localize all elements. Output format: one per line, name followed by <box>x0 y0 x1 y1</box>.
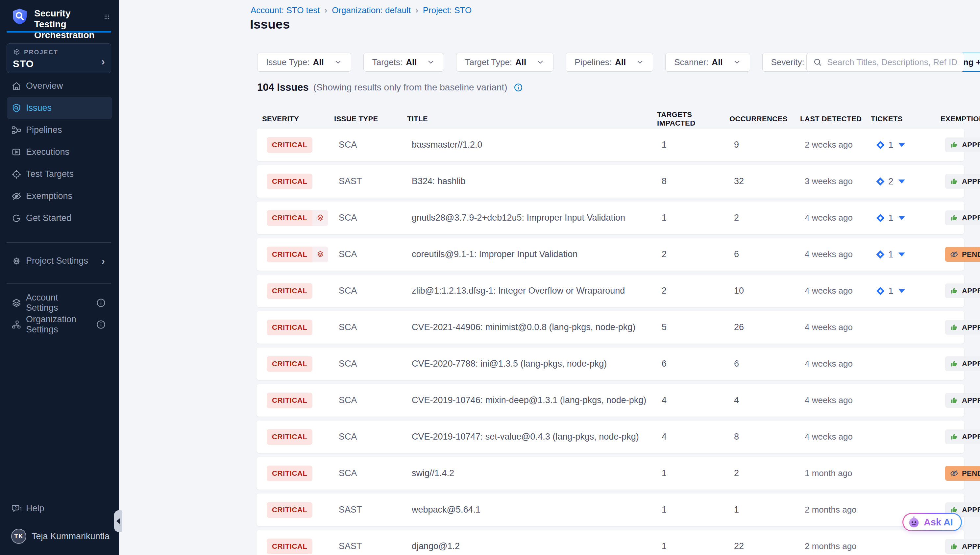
issue-title-cell[interactable]: django@1.2 <box>412 541 662 552</box>
sidebar-item-exemptions[interactable]: Exemptions <box>7 185 112 207</box>
issue-row[interactable]: CRITICALSCAzlib@1:1.2.13.dfsg-1: Integer… <box>257 274 964 307</box>
sidebar-item-project-settings[interactable]: Project Settings› <box>7 250 112 272</box>
issue-row[interactable]: CRITICALSCAbassmaster//1.2.0192 weeks ag… <box>257 128 964 161</box>
chevron-down-icon <box>427 58 435 66</box>
issue-type-cell: SAST <box>339 541 412 552</box>
issue-row[interactable]: CRITICALSCACVE-2021-44906: minimist@0.0.… <box>257 311 964 343</box>
caret-down-icon <box>898 180 905 183</box>
ticket-dropdown[interactable]: 1 <box>876 213 945 223</box>
exemption-status-cell: APPROVED <box>945 356 980 371</box>
tickets-cell: 2 <box>876 176 945 187</box>
user-menu[interactable]: TK Teja Kummarikuntla <box>11 529 112 544</box>
sidebar-item-pipelines[interactable]: Pipelines <box>7 119 112 141</box>
ticket-dropdown[interactable]: 1 <box>876 249 945 260</box>
info-icon[interactable] <box>513 83 523 92</box>
issue-title-cell[interactable]: CVE-2020-7788: ini@1.3.5 (lang-pkgs, nod… <box>412 359 662 369</box>
ai-bot-icon <box>907 515 921 529</box>
sidebar-item-executions[interactable]: Executions <box>7 141 112 163</box>
severity-label: CRITICAL <box>267 247 313 262</box>
issue-type-cell: SAST <box>339 176 412 186</box>
sto-shield-logo-icon <box>11 7 29 26</box>
issue-title-cell[interactable]: CVE-2019-10747: set-value@0.4.3 (lang-pk… <box>412 432 662 442</box>
project-selector[interactable]: PROJECT STO › <box>6 43 111 73</box>
tickets-cell: 1 <box>876 213 945 223</box>
issue-row[interactable]: CRITICALSCAgnutls28@3.7.9-2+deb12u5: Imp… <box>257 202 964 234</box>
issue-row[interactable]: CRITICALSASTB324: hashlib8323 weeks ago2… <box>257 165 964 197</box>
ticket-dropdown[interactable]: 2 <box>876 176 945 187</box>
sidebar-item-get-started[interactable]: Get Started <box>7 207 112 229</box>
search-input[interactable] <box>827 57 958 67</box>
sidebar-collapse-handle[interactable] <box>114 510 122 532</box>
filter-pipelines[interactable]: Pipelines:All <box>566 53 653 72</box>
severity-label: CRITICAL <box>267 173 313 189</box>
ticket-dropdown[interactable]: 1 <box>876 140 945 150</box>
last-detected-cell: 3 weeks ago <box>805 176 876 186</box>
exemption-status-cell: APPROVED <box>945 284 980 298</box>
issue-row[interactable]: CRITICALSCACVE-2019-10747: set-value@0.4… <box>257 420 964 453</box>
sidebar-item-help[interactable]: ?Help <box>7 497 112 520</box>
issue-row[interactable]: CRITICALSCACVE-2019-10746: mixin-deep@1.… <box>257 384 964 417</box>
avatar: TK <box>11 529 26 544</box>
status-label: PENDING <box>962 250 980 259</box>
status-badge-approved: APPROVED <box>945 356 980 371</box>
column-header-issue-type: ISSUE TYPE <box>334 115 407 123</box>
issue-type-cell: SCA <box>339 286 412 296</box>
breadcrumb-link[interactable]: Organization: default <box>332 5 411 16</box>
search-icon <box>813 57 823 67</box>
breadcrumb-link[interactable]: Account: STO test <box>250 5 320 16</box>
sidebar-item-test-targets[interactable]: Test Targets <box>7 163 112 185</box>
issue-row[interactable]: CRITICALSASTdjango@1.21222 months agoAPP… <box>257 530 964 555</box>
occurrences-cell: 8 <box>734 432 805 442</box>
project-label: PROJECT <box>24 49 58 56</box>
eye-off-icon <box>11 191 22 202</box>
issue-row[interactable]: CRITICALSASTwebpack@5.64.1112 months ago… <box>257 494 964 526</box>
occurrences-cell: 2 <box>734 213 805 223</box>
column-header-title: TITLE <box>407 115 657 123</box>
filter-target-type[interactable]: Target Type:All <box>456 53 553 72</box>
targets-impacted-cell: 4 <box>662 432 734 442</box>
issue-title-cell[interactable]: gnutls28@3.7.9-2+deb12u5: Improper Input… <box>412 213 662 223</box>
status-badge-pending: PENDING <box>945 247 980 262</box>
thumbs-up-icon <box>950 432 959 441</box>
thumbs-up-icon <box>950 396 959 405</box>
issue-title-cell[interactable]: CVE-2021-44906: minimist@0.0.8 (lang-pkg… <box>412 322 662 332</box>
targets-impacted-cell: 1 <box>662 505 734 515</box>
severity-cell: CRITICAL <box>267 393 339 408</box>
issue-row[interactable]: CRITICALSCAcoreutils@9.1-1: Improper Inp… <box>257 238 964 271</box>
shield-search-icon <box>11 103 22 114</box>
filter-issue-type[interactable]: Issue Type:All <box>257 53 351 72</box>
issue-row[interactable]: CRITICALSCACVE-2020-7788: ini@1.3.5 (lan… <box>257 348 964 380</box>
chevron-down-icon <box>636 58 644 66</box>
severity-label: CRITICAL <box>267 465 313 481</box>
status-label: APPROVED <box>962 323 980 332</box>
svg-text:?: ? <box>14 505 17 510</box>
target-icon <box>11 169 22 180</box>
sidebar-item-issues[interactable]: Issues <box>7 97 112 119</box>
filter-scanner[interactable]: Scanner:All <box>665 53 750 72</box>
filter-targets[interactable]: Targets:All <box>363 53 444 72</box>
issue-title-cell[interactable]: zlib@1:1.2.13.dfsg-1: Integer Overflow o… <box>412 286 662 296</box>
thumbs-up-icon <box>950 359 959 368</box>
breadcrumb-link[interactable]: Project: STO <box>423 5 472 16</box>
last-detected-cell: 2 weeks ago <box>805 140 876 150</box>
user-name: Teja Kummarikuntla <box>32 531 109 542</box>
occurrences-cell: 10 <box>734 286 805 296</box>
ask-ai-button[interactable]: Ask AI <box>902 513 962 531</box>
app-switcher-grid-icon[interactable] <box>104 11 110 22</box>
sidebar-item-account-settings[interactable]: Account Settings <box>7 292 112 314</box>
issue-row[interactable]: CRITICALSCAswig//1.4.2121 month agoPENDI… <box>257 457 964 489</box>
issue-title-cell[interactable]: coreutils@9.1-1: Improper Input Validati… <box>412 249 662 260</box>
ticket-dropdown[interactable]: 1 <box>876 286 945 296</box>
info-icon <box>96 298 106 308</box>
status-badge-approved: APPROVED <box>945 430 980 444</box>
caret-down-icon <box>898 252 905 257</box>
issue-title-cell[interactable]: CVE-2019-10746: mixin-deep@1.3.1 (lang-p… <box>412 395 662 406</box>
sidebar-item-overview[interactable]: Overview <box>7 75 112 97</box>
issue-title-cell[interactable]: B324: hashlib <box>412 176 662 186</box>
sidebar-item-organization-settings[interactable]: Organization Settings <box>7 314 112 335</box>
filter-label: Issue Type: <box>266 57 310 67</box>
thumbs-up-icon <box>950 140 959 149</box>
issue-title-cell[interactable]: webpack@5.64.1 <box>412 505 662 515</box>
issue-title-cell[interactable]: bassmaster//1.2.0 <box>412 140 662 150</box>
issue-title-cell[interactable]: swig//1.4.2 <box>412 468 662 478</box>
